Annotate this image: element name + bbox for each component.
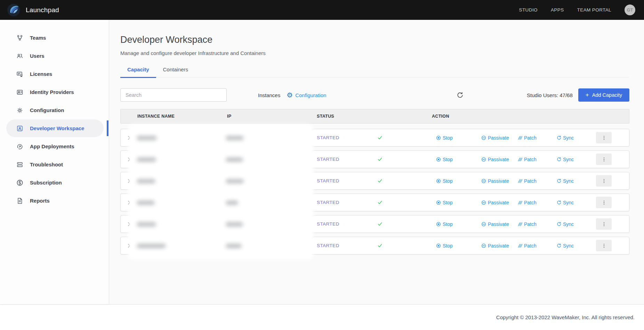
row-menu-button[interactable] [596, 218, 612, 230]
row-menu-button[interactable] [596, 240, 612, 251]
page-title: Developer Workspace [120, 34, 629, 45]
status-check-icon [374, 199, 432, 205]
sidebar-item-configuration[interactable]: Configuration [6, 101, 104, 119]
patch-action[interactable]: Patch [517, 135, 552, 141]
sync-action[interactable]: Sync [556, 135, 591, 141]
page-subtitle: Manage and configure developer Infrastru… [120, 50, 629, 56]
patch-action[interactable]: Patch [517, 243, 552, 249]
stop-icon [436, 222, 441, 227]
instance-name-cell: .. [137, 178, 227, 183]
expand-chevron-icon[interactable] [121, 157, 137, 162]
status-badge: STARTED [317, 178, 374, 183]
patch-icon [517, 135, 522, 140]
topbar-link-studio[interactable]: STUDIO [519, 7, 538, 13]
sidebar-item-reports[interactable]: Reports [6, 192, 104, 210]
row-menu-button[interactable] [596, 154, 612, 165]
expand-chevron-icon[interactable] [121, 221, 137, 227]
instance-name-prefix: .. [137, 221, 140, 227]
action-label: Sync [563, 200, 574, 205]
status-badge: STARTED [317, 221, 374, 227]
table-row: ..STARTEDStopPassivatePatchSync [120, 129, 629, 147]
expand-chevron-icon[interactable] [121, 243, 137, 249]
patch-action[interactable]: Patch [517, 178, 552, 184]
instance-name-prefix: .. [137, 135, 140, 140]
patch-icon [517, 157, 522, 162]
sync-action[interactable]: Sync [556, 221, 591, 227]
sidebar-item-label: Troubleshoot [30, 162, 63, 167]
tab-containers[interactable]: Containers [156, 66, 195, 78]
action-label: Stop [443, 221, 453, 227]
sidebar-item-troubleshoot[interactable]: Troubleshoot [6, 156, 104, 173]
passivate-action[interactable]: Passivate [481, 178, 513, 184]
sidebar-item-teams[interactable]: Teams [6, 29, 104, 47]
sidebar-item-licenses[interactable]: Licenses [6, 65, 104, 83]
subscription-icon [16, 179, 23, 186]
sidebar-item-developer-workspace[interactable]: Developer Workspace [6, 119, 104, 137]
patch-action[interactable]: Patch [517, 221, 552, 227]
passivate-action[interactable]: Passivate [481, 243, 513, 249]
studio-users-count: Studio Users: 47/68 [527, 92, 573, 98]
patch-action[interactable]: Patch [517, 157, 552, 162]
passivate-action[interactable]: Passivate [481, 157, 513, 162]
action-label: Sync [563, 157, 574, 162]
patch-icon [517, 200, 522, 205]
refresh-icon[interactable] [455, 91, 464, 100]
topbar-link-apps[interactable]: APPS [551, 7, 564, 13]
row-actions: StopPassivatePatchSync [432, 129, 629, 146]
stop-action[interactable]: Stop [436, 135, 477, 141]
sync-icon [556, 157, 561, 162]
action-label: Patch [524, 178, 537, 184]
add-capacity-button[interactable]: + Add Capacity [578, 88, 629, 102]
row-menu-button[interactable] [596, 197, 612, 208]
search-input[interactable] [120, 88, 227, 102]
status-check-icon [374, 178, 432, 184]
tab-capacity[interactable]: Capacity [120, 66, 156, 78]
row-actions: StopPassivatePatchSync [432, 215, 629, 233]
passivate-icon [481, 222, 486, 227]
sidebar-item-app-deployments[interactable]: App Deployments [6, 138, 104, 155]
configuration-link[interactable]: ⚙ Configuration [287, 92, 326, 99]
sidebar-item-identity-providers[interactable]: Identity Providers [6, 83, 104, 101]
sidebar-item-subscription[interactable]: Subscription [6, 174, 104, 191]
sidebar-item-label: Users [30, 53, 45, 59]
action-label: Passivate [488, 200, 509, 205]
instance-name-cell: .. [137, 243, 227, 248]
expand-chevron-icon[interactable] [121, 178, 137, 184]
sidebar-item-label: App Deployments [30, 143, 74, 149]
sync-action[interactable]: Sync [556, 178, 591, 184]
sidebar-item-label: Developer Workspace [30, 125, 84, 131]
add-capacity-label: Add Capacity [592, 92, 622, 98]
stop-action[interactable]: Stop [436, 178, 477, 184]
table-row: ..STARTEDStopPassivatePatchSync [120, 194, 629, 211]
stop-action[interactable]: Stop [436, 243, 477, 249]
action-label: Patch [524, 157, 537, 162]
row-menu-button[interactable] [596, 175, 612, 187]
passivate-action[interactable]: Passivate [481, 221, 513, 227]
row-menu-button[interactable] [596, 132, 612, 143]
expand-chevron-icon[interactable] [121, 135, 137, 141]
sync-action[interactable]: Sync [556, 157, 591, 162]
toolbar: Instances ⚙ Configuration Studio Users: … [120, 88, 629, 102]
expand-chevron-icon[interactable] [121, 200, 137, 205]
sync-action[interactable]: Sync [556, 243, 591, 249]
teams-icon [16, 34, 23, 41]
table-row: ..STARTEDStopPassivatePatchSync [120, 150, 629, 168]
sidebar-item-users[interactable]: Users [6, 47, 104, 65]
stop-action[interactable]: Stop [436, 200, 477, 205]
patch-action[interactable]: Patch [517, 200, 552, 205]
instances-table: INSTANCE NAMEIPSTATUSACTION ..STARTEDSto… [120, 109, 629, 254]
stop-action[interactable]: Stop [436, 221, 477, 227]
topbar-link-team-portal[interactable]: TEAM PORTAL [577, 7, 611, 13]
sync-icon [556, 135, 561, 140]
toolbar-right: Studio Users: 47/68 + Add Capacity [527, 88, 629, 102]
status-badge: STARTED [317, 243, 374, 248]
kebab-icon [601, 135, 607, 141]
passivate-action[interactable]: Passivate [481, 135, 513, 141]
user-avatar[interactable]: GT [625, 5, 635, 15]
sync-action[interactable]: Sync [556, 200, 591, 205]
passivate-action[interactable]: Passivate [481, 200, 513, 205]
kebab-icon [601, 200, 607, 205]
stop-action[interactable]: Stop [436, 157, 477, 162]
patch-icon [517, 222, 522, 227]
action-label: Patch [524, 135, 537, 141]
